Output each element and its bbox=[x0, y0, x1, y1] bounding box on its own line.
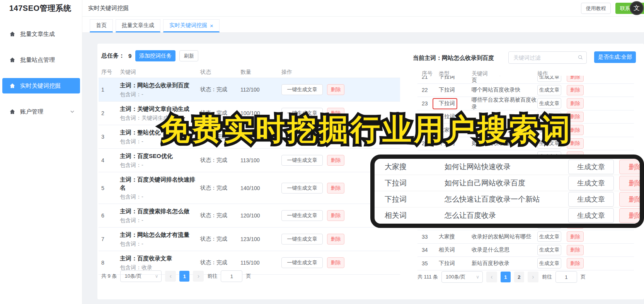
row-index: 24 bbox=[417, 114, 433, 120]
delete-button[interactable]: 删除 bbox=[567, 112, 584, 122]
generate-article-button[interactable]: 生成文章 bbox=[568, 208, 614, 223]
delete-button[interactable]: 删除 bbox=[619, 176, 644, 190]
tab-strip: 首页 批量文章生成 实时关键词挖掘 × bbox=[82, 17, 644, 33]
col-keyword: 关键词 bbox=[120, 69, 200, 76]
delete-button[interactable]: 删除 bbox=[327, 183, 344, 194]
sidebar-item[interactable]: 批量文章生成 bbox=[2, 26, 80, 42]
prev-page-button[interactable]: ‹ bbox=[165, 271, 176, 282]
row-status: 状态：完成 bbox=[200, 212, 240, 219]
generate-article-button[interactable]: 生成文章 bbox=[537, 231, 561, 242]
row-keyword: 如何让网站快速收录 bbox=[445, 162, 568, 172]
row-index: 6 bbox=[101, 212, 120, 219]
callout-row: 相关词 怎么让百度收录 生成文章 删除 bbox=[375, 207, 644, 224]
generate-article-button[interactable]: 一键生成文章 bbox=[281, 155, 323, 166]
sidebar-item[interactable]: 实时关键词挖掘 bbox=[2, 78, 80, 93]
row-actions: 一键生成文章 删除 bbox=[281, 108, 400, 119]
delete-button[interactable]: 删除 bbox=[327, 155, 344, 166]
next-page-button[interactable]: › bbox=[528, 272, 538, 282]
callout-row: 下拉词 怎么快速让百度收录一个新站 生成文章 删除 bbox=[375, 191, 644, 207]
tab[interactable]: 首页 bbox=[90, 19, 113, 32]
goto-page-input[interactable] bbox=[555, 271, 577, 283]
delete-button[interactable]: 删除 bbox=[567, 258, 584, 268]
delete-button[interactable]: 删除 bbox=[567, 138, 584, 149]
add-task-button[interactable]: 添加挖词任务 bbox=[135, 50, 175, 61]
generate-article-button[interactable]: 生成文章 bbox=[537, 98, 561, 109]
close-icon[interactable]: × bbox=[210, 23, 213, 29]
delete-button[interactable]: 删除 bbox=[327, 210, 344, 221]
delete-button[interactable]: 删除 bbox=[567, 125, 584, 135]
row-count: 140/100 bbox=[240, 185, 281, 191]
row-status: 状态：完成 bbox=[200, 110, 240, 117]
table-row: 35 下拉词 新站百度秒收录 生成文章 删除 bbox=[417, 257, 634, 270]
contained-word: 包含词：- bbox=[120, 241, 200, 248]
generate-article-button[interactable]: 一键生成文章 bbox=[281, 84, 323, 95]
sidebar-item[interactable]: 账户管理 bbox=[2, 104, 80, 119]
home-icon bbox=[9, 57, 15, 63]
generate-article-button[interactable]: 一键生成文章 bbox=[281, 108, 323, 119]
keyword-filter bbox=[508, 51, 587, 64]
delete-button[interactable]: 删除 bbox=[619, 208, 644, 223]
next-page-button[interactable]: › bbox=[193, 271, 204, 282]
generate-article-button[interactable]: 一键生成文章 bbox=[281, 234, 323, 245]
delete-button[interactable]: 删除 bbox=[567, 76, 584, 82]
task-toolbar: 总任务： 9 添加挖词任务 刷新 bbox=[101, 50, 198, 61]
tab[interactable]: 批量文章生成 bbox=[116, 19, 160, 32]
generate-all-button[interactable]: 是否生成:全部 bbox=[594, 51, 636, 63]
row-type: 大家搜 bbox=[433, 233, 472, 240]
generate-article-button[interactable]: 生成文章 bbox=[537, 125, 561, 135]
delete-button[interactable]: 删除 bbox=[327, 131, 344, 142]
goto-page-input[interactable] bbox=[221, 270, 242, 282]
delete-button[interactable]: 删除 bbox=[327, 234, 344, 245]
keyword-pagination: 共 111 条 100条/页 ∨ ‹ 1 2 › 前往 页 bbox=[417, 271, 586, 283]
page-number-button[interactable]: 1 bbox=[501, 272, 511, 282]
delete-button[interactable]: 删除 bbox=[567, 231, 584, 242]
row-keyword: 哪个网站发帖可以上百度首页 bbox=[472, 76, 537, 84]
row-keyword: 主词：百度SEO优化 包含词：- bbox=[120, 152, 200, 169]
delete-button[interactable]: 删除 bbox=[327, 108, 344, 119]
page-size-select[interactable]: 10条/页 ∨ bbox=[120, 270, 162, 282]
delete-button[interactable]: 删除 bbox=[619, 192, 644, 207]
generate-article-button[interactable]: 生成文章 bbox=[537, 258, 561, 268]
generate-article-button[interactable]: 一键生成文章 bbox=[281, 183, 323, 194]
row-type: 下拉词 bbox=[433, 140, 472, 147]
contained-word: 包含词：- bbox=[120, 217, 200, 224]
row-actions: 生成文章 删除 bbox=[537, 112, 634, 122]
generate-article-button[interactable]: 一键生成文章 bbox=[281, 131, 323, 142]
generate-article-button[interactable]: 生成文章 bbox=[537, 112, 561, 122]
page-title: 实时关键词挖掘 bbox=[88, 5, 129, 12]
generate-article-button[interactable]: 一键生成文章 bbox=[281, 210, 323, 221]
delete-button[interactable]: 删除 bbox=[567, 245, 584, 255]
generate-article-button[interactable]: 生成文章 bbox=[537, 85, 561, 95]
row-actions: 生成文章 删除 bbox=[537, 125, 634, 135]
generate-article-button[interactable]: 生成文章 bbox=[537, 76, 561, 82]
row-keyword: 收录是什么意思 bbox=[472, 246, 537, 253]
keyword-filter-input[interactable] bbox=[508, 51, 587, 64]
generate-article-button[interactable]: 生成文章 bbox=[537, 245, 561, 255]
delete-button[interactable]: 删除 bbox=[567, 98, 584, 109]
delete-button[interactable]: 删除 bbox=[327, 257, 344, 268]
main-word: 主词：网站怎么做才有流量 bbox=[120, 231, 200, 239]
tab[interactable]: 实时关键词挖掘 × bbox=[163, 19, 220, 32]
delete-button[interactable]: 删除 bbox=[619, 160, 644, 174]
page-number-button[interactable]: 1 bbox=[179, 271, 189, 282]
delete-button[interactable]: 删除 bbox=[567, 85, 584, 95]
sidebar-item[interactable]: 批量站点管理 bbox=[2, 52, 80, 68]
generate-article-button[interactable]: 生成文章 bbox=[568, 192, 614, 207]
row-type: 相关词 bbox=[433, 246, 472, 253]
main-word: 主词：关键词文章自动生成 bbox=[120, 105, 200, 113]
table-row: 5 主词：百度关键词排名快速排名 包含词：- 状态：完成 140/100 一键生… bbox=[99, 172, 400, 204]
generate-article-button[interactable]: 生成文章 bbox=[537, 138, 561, 149]
page-size-select[interactable]: 100条/页 ∨ bbox=[441, 271, 483, 283]
delete-button[interactable]: 删除 bbox=[327, 84, 344, 95]
generate-article-button[interactable]: 一键生成文章 bbox=[281, 257, 323, 268]
prev-page-button[interactable]: ‹ bbox=[486, 272, 497, 282]
generate-article-button[interactable]: 生成文章 bbox=[568, 176, 614, 190]
row-keyword: 主词：整站优化 包含词：- bbox=[120, 128, 200, 145]
table-row: 3 主词：整站优化 包含词：- 状态：完成 一键生成文章 删除 bbox=[99, 125, 400, 149]
refresh-button[interactable]: 刷新 bbox=[179, 50, 198, 61]
generate-article-button[interactable]: 生成文章 bbox=[568, 160, 614, 174]
tutorial-button[interactable]: 使用教程 bbox=[581, 3, 611, 14]
page-number-button[interactable]: 2 bbox=[514, 272, 524, 282]
total-tasks-value: 9 bbox=[128, 53, 131, 59]
translate-extension-icon[interactable]: 文 bbox=[630, 1, 644, 15]
